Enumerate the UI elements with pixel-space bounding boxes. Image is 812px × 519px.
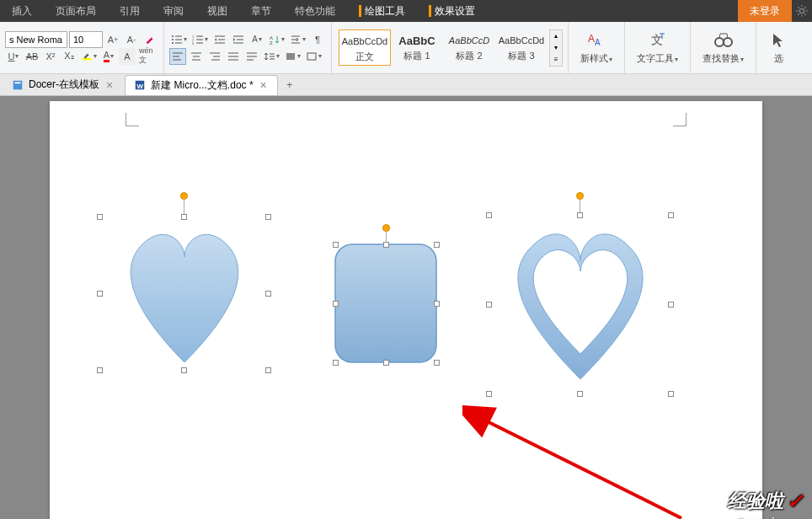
styles-gallery: AaBbCcDd 正文 AaBbC 标题 1 AaBbCcD 标题 2 AaBb…: [337, 28, 549, 67]
selection-handle[interactable]: [434, 242, 440, 248]
align-distribute-button[interactable]: [243, 48, 260, 65]
strikethrough-button[interactable]: AB: [24, 48, 40, 65]
svg-point-10: [172, 35, 174, 37]
increase-font-button[interactable]: A+: [104, 31, 121, 48]
menu-insert[interactable]: 插入: [0, 0, 44, 22]
menu-chapters[interactable]: 章节: [239, 0, 283, 22]
selection-handle[interactable]: [333, 360, 339, 366]
tab-close-button[interactable]: ×: [104, 78, 115, 92]
underline-button[interactable]: U▾: [5, 48, 22, 65]
styles-down-button[interactable]: ▾: [550, 42, 562, 54]
menu-drawing-tools[interactable]: 绘图工具: [347, 0, 417, 22]
tab-close-button[interactable]: ×: [259, 78, 269, 92]
selection-handle[interactable]: [383, 242, 389, 248]
menu-effect-settings[interactable]: 效果设置: [417, 0, 487, 22]
selection-handle[interactable]: [333, 242, 339, 248]
selection-handle[interactable]: [486, 391, 492, 397]
style-heading3[interactable]: AaBbCcDd 标题 3: [495, 29, 548, 66]
subscript-button[interactable]: X₂: [61, 48, 77, 65]
selection-handle[interactable]: [668, 212, 674, 218]
shading-button[interactable]: ▾: [283, 48, 302, 65]
align-left-button[interactable]: [169, 48, 186, 65]
menu-view[interactable]: 视图: [195, 0, 239, 22]
tab-add-button[interactable]: +: [280, 75, 300, 95]
show-marks-button[interactable]: ¶: [309, 31, 326, 48]
decrease-font-button[interactable]: A-: [123, 31, 140, 48]
tab-docer[interactable]: Docer-在线模板 ×: [3, 75, 123, 95]
selection-handle[interactable]: [577, 212, 583, 218]
selection-handle[interactable]: [265, 367, 271, 373]
svg-rect-61: [335, 244, 436, 362]
login-button[interactable]: 未登录: [738, 0, 792, 22]
styles-more-button[interactable]: ≡: [550, 54, 562, 66]
svg-rect-51: [307, 53, 316, 60]
theme-icon[interactable]: [792, 1, 812, 21]
annotation-arrow: [462, 404, 698, 519]
selection-handle[interactable]: [97, 214, 103, 220]
find-replace-button[interactable]: 查找替换▾: [696, 27, 751, 68]
document-page[interactable]: [50, 101, 762, 519]
ribbon-toolbar: A+ A- U▾ AB X² X₂ ▾ A▾ A wén文 ▾ 123▾ A▾: [0, 22, 812, 74]
number-list-button[interactable]: 123▾: [190, 31, 210, 48]
selection-handle[interactable]: [668, 302, 674, 308]
svg-point-12: [172, 39, 174, 40]
align-justify-button[interactable]: [225, 48, 242, 65]
selection-handle[interactable]: [97, 367, 103, 373]
selection-handle[interactable]: [486, 302, 492, 308]
decrease-indent-button[interactable]: [211, 31, 228, 48]
selection-handle[interactable]: [383, 360, 389, 366]
selection-handle[interactable]: [181, 367, 187, 373]
superscript-button[interactable]: X²: [42, 48, 59, 65]
border-button[interactable]: ▾: [304, 48, 323, 65]
char-shading-button[interactable]: A: [119, 48, 136, 65]
svg-text:Z: Z: [270, 40, 273, 45]
rotation-handle[interactable]: [576, 192, 584, 200]
align-right-button[interactable]: [206, 48, 223, 65]
select-button[interactable]: 选: [761, 27, 795, 68]
selection-handle[interactable]: [434, 360, 440, 366]
text-direction-button[interactable]: A▾: [248, 31, 265, 48]
menu-page-layout[interactable]: 页面布局: [44, 0, 108, 22]
selection-handle[interactable]: [265, 214, 271, 220]
highlight-button[interactable]: ▾: [79, 48, 99, 65]
rotation-handle[interactable]: [180, 192, 188, 200]
line-spacing-button[interactable]: ▾: [262, 48, 281, 65]
font-size-input[interactable]: [69, 31, 103, 48]
rotation-handle[interactable]: [382, 224, 390, 232]
tab-button[interactable]: ▾: [288, 31, 307, 48]
menu-references[interactable]: 引用: [108, 0, 152, 22]
menu-review[interactable]: 审阅: [152, 0, 195, 22]
bullet-list-button[interactable]: ▾: [169, 31, 189, 48]
svg-line-62: [483, 420, 681, 518]
heart-shape-outline[interactable]: [488, 211, 673, 396]
selection-handle[interactable]: [668, 391, 674, 397]
selection-handle[interactable]: [97, 291, 103, 297]
selection-handle[interactable]: [181, 214, 187, 220]
tab-document[interactable]: W 新建 Micro...文档.doc * ×: [125, 75, 278, 95]
text-tools-button[interactable]: 文 文字工具▾: [630, 27, 685, 68]
style-normal[interactable]: AaBbCcDd 正文: [339, 29, 391, 66]
phonetic-guide-button[interactable]: wén文: [137, 48, 155, 65]
clear-format-button[interactable]: [142, 31, 158, 48]
style-heading2[interactable]: AaBbCcD 标题 2: [443, 29, 495, 66]
styles-up-button[interactable]: ▴: [550, 30, 562, 42]
rounded-rectangle-shape[interactable]: [331, 240, 441, 367]
selection-handle[interactable]: [486, 212, 492, 218]
selection-handle[interactable]: [434, 301, 440, 307]
selection-handle[interactable]: [577, 391, 583, 397]
font-name-input[interactable]: [5, 31, 67, 48]
document-area: 经验啦 ✓ jingyanla.com: [0, 96, 812, 519]
align-center-button[interactable]: [188, 48, 205, 65]
sort-button[interactable]: AZ▾: [267, 31, 286, 48]
font-color-button[interactable]: A▾: [100, 48, 117, 65]
increase-indent-button[interactable]: [230, 31, 247, 48]
new-style-button[interactable]: AA 新样式▾: [574, 27, 619, 68]
style-heading1[interactable]: AaBbC 标题 1: [391, 29, 443, 66]
selection-handle[interactable]: [333, 301, 339, 307]
menu-special[interactable]: 特色功能: [283, 0, 347, 22]
svg-point-56: [724, 38, 732, 46]
new-style-icon: AA: [586, 30, 606, 51]
watermark: 经验啦 ✓: [728, 489, 804, 514]
selection-handle[interactable]: [265, 291, 271, 297]
heart-shape-filled[interactable]: [100, 211, 269, 379]
